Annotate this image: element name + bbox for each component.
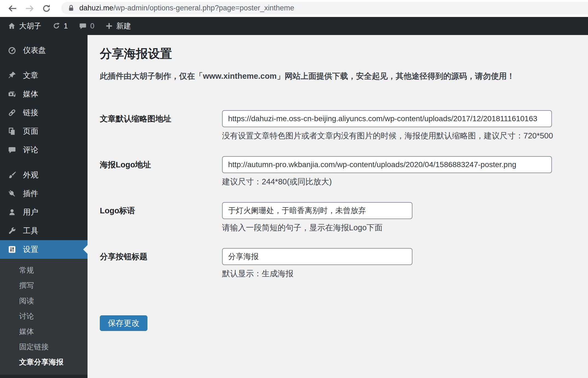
field-help: 请输入一段简短的句子，显示在海报Logo下面 (222, 223, 412, 232)
sidebar-item-label: 设置 (23, 244, 38, 255)
submenu-item-reading[interactable]: 阅读 (0, 293, 88, 309)
url-bar[interactable]: dahuzi.me/wp-admin/options-general.php?p… (61, 2, 588, 14)
submenu-item-media[interactable]: 媒体 (0, 324, 88, 339)
sidebar-item-users[interactable]: 用户 (0, 203, 88, 222)
field-label: 海报Logo地址 (100, 156, 222, 186)
update-count: 1 (64, 22, 68, 30)
submenu-item-permalinks[interactable]: 固定链接 (0, 339, 88, 354)
sidebar-item-label: 页面 (23, 126, 38, 136)
field-label: 文章默认缩略图地址 (100, 110, 222, 140)
sidebar-item-label: 文章 (23, 70, 38, 81)
submenu-item-discussion[interactable]: 讨论 (0, 309, 88, 324)
field-label: 分享按钮标题 (100, 248, 222, 278)
home-icon (8, 22, 16, 30)
user-icon (7, 207, 17, 217)
sidebar-item-plugins[interactable]: 插件 (0, 184, 88, 203)
share-button-title-input[interactable] (222, 248, 412, 265)
save-button[interactable]: 保存更改 (100, 315, 147, 331)
logo-url-input[interactable] (222, 156, 552, 173)
new-label: 新建 (116, 21, 131, 31)
sidebar-item-label: 链接 (23, 107, 38, 118)
comment-bubble-icon (79, 22, 87, 30)
lock-icon (67, 4, 75, 12)
forward-icon[interactable] (24, 2, 36, 14)
brush-icon (7, 170, 17, 180)
sidebar-item-pages[interactable]: 页面 (0, 122, 88, 141)
wp-admin-bar: 大胡子 1 0 新建 (0, 17, 588, 35)
form-row-logo-slogan: Logo标语 请输入一段简短的句子，显示在海报Logo下面 (100, 202, 577, 232)
form-row-logo-url: 海报Logo地址 建议尺寸：244*80(或同比放大) (100, 156, 577, 186)
sidebar-item-label: 用户 (23, 207, 38, 217)
sidebar-item-links[interactable]: 链接 (0, 103, 88, 122)
logo-slogan-input[interactable] (222, 202, 412, 219)
page-title: 分享海报设置 (100, 46, 577, 61)
sidebar-item-label: 仪表盘 (23, 45, 46, 56)
form-row-thumbnail: 文章默认缩略图地址 没有设置文章特色图片或者文章内没有图片的时候，海报使用默认缩… (100, 110, 577, 140)
wrench-icon (7, 226, 17, 236)
submenu-item-general[interactable]: 常规 (0, 263, 88, 278)
sidebar-item-dashboard[interactable]: 仪表盘 (0, 41, 88, 60)
sidebar-item-label: 媒体 (23, 89, 38, 99)
reload-icon[interactable] (40, 2, 53, 14)
media-icon (7, 89, 17, 99)
field-help: 没有设置文章特色图片或者文章内没有图片的时候，海报使用默认缩略图，建议尺寸：72… (222, 132, 553, 140)
pin-icon (7, 71, 17, 80)
admin-bar-comments[interactable]: 0 (79, 22, 94, 30)
settings-icon (7, 245, 17, 254)
comment-count: 0 (90, 22, 94, 30)
sidebar-item-media[interactable]: 媒体 (0, 85, 88, 103)
pages-icon (7, 126, 17, 136)
dashboard-icon (7, 45, 17, 55)
field-help: 建议尺寸：244*80(或同比放大) (222, 178, 552, 186)
url-path: /wp-admin/options-general.php?page=poste… (113, 4, 294, 12)
form-row-button-title: 分享按钮标题 默认显示：生成海报 (100, 248, 577, 278)
plugin-icon (7, 189, 17, 199)
update-icon (52, 22, 60, 30)
site-name: 大胡子 (19, 21, 41, 31)
comment-icon (7, 145, 17, 155)
browser-toolbar: dahuzi.me/wp-admin/options-general.php?p… (0, 0, 588, 17)
sidebar-item-label: 评论 (23, 145, 38, 155)
admin-bar-site[interactable]: 大胡子 (8, 21, 41, 31)
plugin-notice: 此插件由大胡子制作，仅在「www.xintheme.com」网站上面提供下载，安… (100, 72, 577, 80)
sidebar: 仪表盘 文章 媒体 链接 页面 (0, 35, 88, 378)
field-help: 默认显示：生成海报 (222, 269, 412, 278)
url-text: dahuzi.me/wp-admin/options-general.php?p… (79, 4, 294, 12)
field-label: Logo标语 (100, 202, 222, 232)
thumbnail-url-input[interactable] (222, 110, 552, 127)
settings-form: 文章默认缩略图地址 没有设置文章特色图片或者文章内没有图片的时候，海报使用默认缩… (100, 110, 577, 331)
sidebar-item-label: 外观 (23, 170, 38, 180)
settings-submenu: 常规 撰写 阅读 讨论 媒体 固定链接 文章分享海报 (0, 259, 88, 375)
link-icon (7, 108, 17, 118)
sidebar-item-settings[interactable]: 设置 (0, 240, 88, 259)
url-host: dahuzi.me (79, 4, 113, 12)
back-icon[interactable] (7, 2, 19, 14)
screen: dahuzi.me/wp-admin/options-general.php?p… (0, 0, 588, 378)
admin-bar-new[interactable]: 新建 (105, 21, 131, 31)
active-menu-arrow (83, 245, 88, 254)
submenu-item-writing[interactable]: 撰写 (0, 278, 88, 293)
plus-icon (105, 22, 113, 30)
sidebar-item-appearance[interactable]: 外观 (0, 166, 88, 184)
sidebar-item-posts[interactable]: 文章 (0, 66, 88, 85)
sidebar-item-comments[interactable]: 评论 (0, 141, 88, 159)
sidebar-item-tools[interactable]: 工具 (0, 222, 88, 240)
main-content: 分享海报设置 此插件由大胡子制作，仅在「www.xintheme.com」网站上… (88, 35, 588, 378)
submenu-item-share-poster[interactable]: 文章分享海报 (0, 354, 88, 370)
sidebar-item-label: 工具 (23, 226, 38, 236)
admin-bar-updates[interactable]: 1 (52, 22, 68, 30)
sidebar-item-label: 插件 (23, 188, 38, 199)
